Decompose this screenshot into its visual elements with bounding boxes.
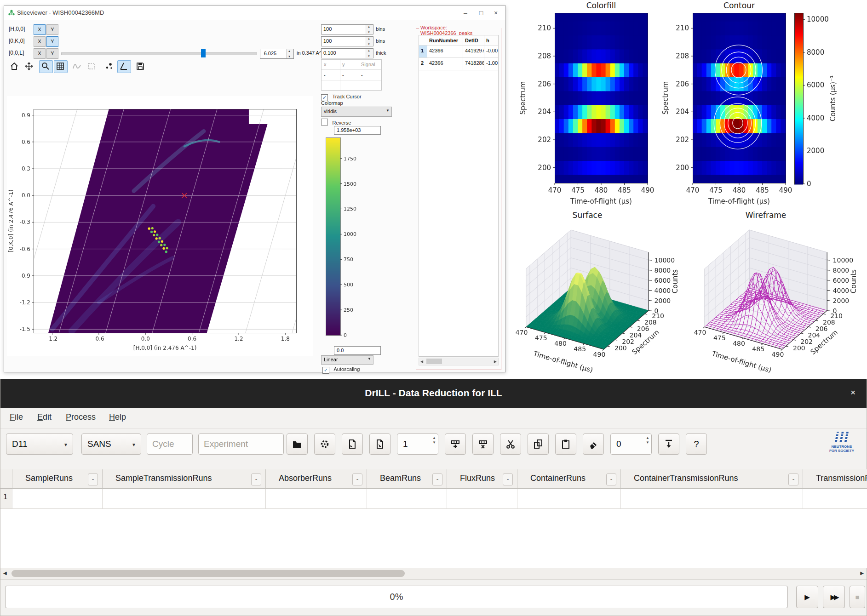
minimize-button[interactable]: – bbox=[459, 8, 472, 18]
column-header-FluxRuns[interactable]: FluxRuns- bbox=[447, 469, 517, 489]
peaks-column-header[interactable]: h bbox=[484, 35, 499, 46]
dim-h-x-toggle[interactable]: X bbox=[34, 24, 46, 35]
zoom-tool-button[interactable] bbox=[39, 60, 53, 73]
peaks-column-header[interactable]: DetID bbox=[463, 35, 484, 46]
peaks-cell[interactable]: 7418286 bbox=[463, 58, 484, 70]
technique-select[interactable]: SANS▼ bbox=[81, 433, 141, 455]
table-cell-SampleRuns[interactable] bbox=[12, 489, 103, 509]
hide-column-button[interactable]: - bbox=[432, 473, 442, 485]
settings-button[interactable] bbox=[314, 433, 335, 455]
x-bins-spinbox[interactable]: 100▲▼ bbox=[321, 24, 373, 34]
dim-l-x-toggle[interactable]: X bbox=[34, 48, 46, 59]
peaks-cell[interactable]: -0.00 bbox=[484, 46, 499, 58]
drill-table-empty-area[interactable] bbox=[0, 509, 867, 568]
peaks-cell[interactable]: 4419297 bbox=[463, 46, 484, 58]
slice-slider-track[interactable] bbox=[61, 52, 257, 55]
fill-down-button[interactable] bbox=[658, 433, 679, 455]
clim-min-input[interactable]: 0.0 bbox=[334, 346, 381, 355]
erase-row-button[interactable] bbox=[583, 433, 604, 455]
scrollbar-thumb[interactable] bbox=[11, 570, 405, 577]
save-rundex-button[interactable] bbox=[342, 433, 363, 455]
nonorthogonal-axes-tool-button[interactable] bbox=[117, 60, 131, 73]
rows-spinbox[interactable]: 1 ▲▼ bbox=[397, 433, 438, 455]
thickness-spinbox[interactable]: 0.100▲▼ bbox=[321, 48, 373, 58]
grid-tool-button[interactable] bbox=[54, 60, 68, 73]
table-cell-ContainerRuns[interactable] bbox=[517, 489, 621, 509]
ref-row-spinbox[interactable]: 0 ▲▼ bbox=[610, 433, 652, 455]
paste-button[interactable] bbox=[555, 433, 576, 455]
colormap-select[interactable]: viridis▼ bbox=[321, 107, 392, 117]
menu-process[interactable]: Process bbox=[63, 411, 98, 423]
dim-row-k: [0,K,0] X Y bbox=[4, 36, 317, 46]
dim-h-y-toggle[interactable]: Y bbox=[46, 24, 58, 35]
sliceviewer-titlebar[interactable]: Sliceviewer - WISH00042366MD – □ × bbox=[4, 6, 505, 20]
hide-column-button[interactable]: - bbox=[606, 473, 616, 485]
reverse-checkbox[interactable] bbox=[321, 119, 328, 125]
open-rundex-button[interactable] bbox=[287, 433, 308, 455]
save-rundex-as-button[interactable] bbox=[369, 433, 390, 455]
peaks-column-header[interactable] bbox=[419, 35, 427, 46]
drill-table-row[interactable]: 1 bbox=[0, 489, 867, 509]
column-header-SampleTransmissionRuns[interactable]: SampleTransmissionRuns- bbox=[103, 469, 266, 489]
table-cell-TransmissionRuns[interactable] bbox=[803, 489, 867, 509]
menu-file[interactable]: File bbox=[7, 411, 26, 423]
peaks-cell[interactable]: 42366 bbox=[427, 46, 463, 58]
hide-column-button[interactable]: - bbox=[352, 473, 362, 485]
column-header-AbsorberRuns[interactable]: AbsorberRuns- bbox=[266, 469, 367, 489]
drill-hscrollbar[interactable]: ◀▶ bbox=[0, 568, 867, 580]
y-bins-spinbox[interactable]: 100▲▼ bbox=[321, 36, 373, 46]
autoscaling-checkbox[interactable] bbox=[322, 367, 329, 374]
dim-k-y-toggle[interactable]: Y bbox=[46, 36, 58, 47]
column-header-ContainerTransmissionRuns[interactable]: ContainerTransmissionRuns- bbox=[621, 469, 803, 489]
peaks-column-header[interactable]: RunNumber bbox=[427, 35, 463, 46]
table-cell-BeamRuns[interactable] bbox=[367, 489, 447, 509]
copy-button[interactable] bbox=[528, 433, 549, 455]
hide-column-button[interactable]: - bbox=[788, 473, 798, 485]
close-button[interactable]: × bbox=[489, 8, 503, 18]
stop-button[interactable]: ■ bbox=[850, 586, 865, 608]
slice-plot-canvas[interactable] bbox=[7, 96, 313, 356]
dim-l-y-toggle[interactable]: Y bbox=[46, 48, 58, 59]
help-button[interactable]: ? bbox=[686, 433, 707, 455]
table-cell-SampleTransmissionRuns[interactable] bbox=[103, 489, 266, 509]
dim-k-x-toggle[interactable]: X bbox=[34, 36, 46, 47]
peaks-row-number[interactable]: 2 bbox=[419, 58, 427, 70]
peaks-cell[interactable]: 42366 bbox=[427, 58, 463, 70]
column-header-TransmissionRuns[interactable]: TransmissionRuns- bbox=[803, 469, 867, 489]
process-all-button[interactable]: ▶▶ bbox=[823, 586, 845, 608]
sliceviewer-toolbar bbox=[4, 59, 197, 74]
add-row-button[interactable] bbox=[445, 433, 466, 455]
column-header-ContainerRuns[interactable]: ContainerRuns- bbox=[517, 469, 621, 489]
column-header-BeamRuns[interactable]: BeamRuns- bbox=[367, 469, 447, 489]
peaks-table-hscrollbar[interactable]: ◀▶ bbox=[419, 358, 499, 365]
slice-slider-handle[interactable] bbox=[201, 49, 206, 57]
peaks-table[interactable]: RunNumberDetIDh1423664419297-0.002423667… bbox=[419, 35, 499, 357]
hide-column-button[interactable]: - bbox=[251, 473, 261, 485]
process-button[interactable]: ▶ bbox=[796, 586, 818, 608]
menu-edit[interactable]: Edit bbox=[34, 411, 54, 423]
save-tool-button[interactable] bbox=[134, 60, 148, 73]
peaks-row-number[interactable]: 1 bbox=[419, 46, 427, 58]
drill-close-button[interactable]: × bbox=[850, 388, 856, 398]
pan-tool-button[interactable] bbox=[23, 60, 36, 73]
scale-select[interactable]: Linear▼ bbox=[321, 355, 373, 365]
experiment-input[interactable]: Experiment bbox=[198, 433, 284, 455]
drill-titlebar[interactable]: DrILL - Data Reduction for ILL × bbox=[0, 379, 867, 408]
maximize-button[interactable]: □ bbox=[474, 8, 488, 18]
home-tool-button[interactable] bbox=[8, 60, 22, 73]
table-cell-FluxRuns[interactable] bbox=[447, 489, 517, 509]
peaks-cell[interactable]: -1.00 bbox=[484, 58, 499, 70]
peaks-overlay-tool-button[interactable] bbox=[103, 60, 116, 73]
column-header-SampleRuns[interactable]: SampleRuns- bbox=[12, 469, 103, 489]
delete-row-icon bbox=[477, 439, 488, 450]
menu-help[interactable]: Help bbox=[106, 411, 129, 423]
slice-position-spinbox[interactable]: -6.025 ▲▼ bbox=[260, 49, 294, 59]
instrument-select[interactable]: D11▼ bbox=[6, 433, 73, 455]
delete-row-button[interactable] bbox=[472, 433, 494, 455]
hide-column-button[interactable]: - bbox=[503, 473, 513, 485]
cut-button[interactable] bbox=[500, 433, 521, 455]
hide-column-button[interactable]: - bbox=[88, 473, 98, 485]
table-cell-AbsorberRuns[interactable] bbox=[266, 489, 367, 509]
table-cell-ContainerTransmissionRuns[interactable] bbox=[621, 489, 803, 509]
cycle-input[interactable]: Cycle bbox=[147, 433, 193, 455]
